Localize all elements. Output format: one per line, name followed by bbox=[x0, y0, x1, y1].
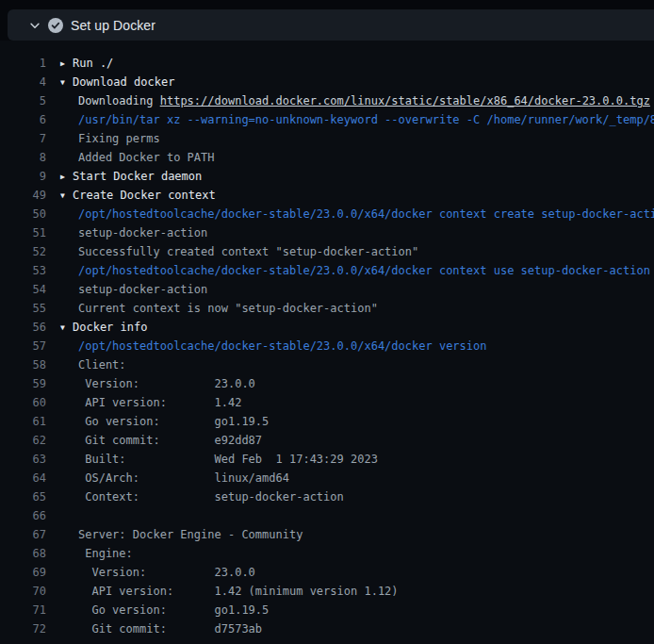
log-row: 69 Version: 23.0.0 bbox=[0, 563, 654, 582]
line-number[interactable]: 1 bbox=[0, 54, 46, 73]
line-content: Git commit: d7573ab bbox=[46, 619, 654, 638]
line-number[interactable]: 49 bbox=[0, 186, 46, 205]
line-number[interactable]: 66 bbox=[0, 506, 46, 525]
line-content: Fixing perms bbox=[46, 129, 654, 148]
line-number[interactable]: 67 bbox=[0, 525, 46, 544]
log-text: /opt/hostedtoolcache/docker-stable/23.0.… bbox=[78, 207, 654, 221]
log-text: Downloading bbox=[78, 94, 160, 107]
line-number[interactable]: 65 bbox=[0, 487, 46, 506]
line-number[interactable]: 64 bbox=[0, 469, 46, 487]
log-group-row[interactable]: 4▼Download docker bbox=[0, 73, 654, 91]
line-number[interactable]: 62 bbox=[0, 431, 46, 450]
triangle-right-icon: ▶ bbox=[60, 55, 73, 73]
log-row: 59 Version: 23.0.0 bbox=[0, 374, 654, 393]
line-number[interactable]: 56 bbox=[0, 318, 46, 337]
line-content: Go version: go1.19.5 bbox=[46, 412, 654, 431]
line-number[interactable]: 55 bbox=[0, 299, 46, 318]
line-content: API version: 1.42 (minimum version 1.12) bbox=[46, 582, 654, 601]
line-content: Client: bbox=[46, 355, 654, 374]
line-content: /opt/hostedtoolcache/docker-stable/23.0.… bbox=[46, 205, 654, 223]
line-number[interactable]: 61 bbox=[0, 412, 46, 431]
line-number[interactable]: 6 bbox=[0, 110, 46, 129]
log-row: 8Added Docker to PATH bbox=[0, 148, 654, 167]
line-number[interactable]: 70 bbox=[0, 582, 46, 601]
line-number[interactable]: 69 bbox=[0, 563, 46, 582]
line-content: Server: Docker Engine - Community bbox=[46, 525, 654, 544]
line-content: Go version: go1.19.5 bbox=[46, 601, 654, 619]
line-number[interactable]: 5 bbox=[0, 91, 46, 110]
line-number[interactable]: 60 bbox=[0, 393, 46, 412]
line-number[interactable]: 50 bbox=[0, 205, 46, 223]
line-content: ▼Docker info bbox=[46, 318, 654, 337]
log-row: 67Server: Docker Engine - Community bbox=[0, 525, 654, 544]
log-group-row[interactable]: 49▼Create Docker context bbox=[0, 186, 654, 205]
line-content: Git commit: e92dd87 bbox=[46, 431, 654, 450]
line-content: Downloading https://download.docker.com/… bbox=[46, 91, 654, 110]
log-row: 70 API version: 1.42 (minimum version 1.… bbox=[0, 582, 654, 601]
line-content: Version: 23.0.0 bbox=[46, 563, 654, 582]
line-number[interactable]: 8 bbox=[0, 148, 46, 167]
log-row: 53/opt/hostedtoolcache/docker-stable/23.… bbox=[0, 261, 654, 280]
line-content: Successfully created context "setup-dock… bbox=[46, 242, 654, 261]
line-number[interactable]: 51 bbox=[0, 223, 46, 242]
line-number[interactable]: 72 bbox=[0, 619, 46, 638]
step-header[interactable]: Set up Docker bbox=[8, 9, 654, 41]
log-row: 58Client: bbox=[0, 355, 654, 374]
line-number[interactable]: 7 bbox=[0, 129, 46, 148]
log-text: Go version: go1.19.5 bbox=[78, 603, 269, 617]
log-text: setup-docker-action bbox=[78, 283, 207, 296]
log-text: API version: 1.42 (minimum version 1.12) bbox=[78, 585, 399, 598]
line-content: Context: setup-docker-action bbox=[46, 487, 654, 506]
line-number[interactable]: 54 bbox=[0, 280, 46, 299]
line-number[interactable]: 63 bbox=[0, 450, 46, 469]
line-number[interactable]: 59 bbox=[0, 374, 46, 393]
log-row: 6/usr/bin/tar xz --warning=no-unknown-ke… bbox=[0, 110, 654, 129]
log-row: 7Fixing perms bbox=[0, 129, 654, 148]
log-text: Context: setup-docker-action bbox=[78, 490, 344, 504]
line-number[interactable]: 58 bbox=[0, 355, 46, 374]
log-text: Git commit: d7573ab bbox=[78, 622, 262, 636]
line-content: Current context is now "setup-docker-act… bbox=[46, 299, 654, 318]
line-number[interactable]: 53 bbox=[0, 261, 46, 280]
line-content: /opt/hostedtoolcache/docker-stable/23.0.… bbox=[46, 261, 654, 280]
line-content: ▼Create Docker context bbox=[46, 186, 654, 205]
log-group-row[interactable]: 56▼Docker info bbox=[0, 318, 654, 337]
line-content: ▶Run ./ bbox=[46, 54, 654, 73]
group-title: Run ./ bbox=[73, 57, 113, 70]
line-content: Engine: bbox=[46, 544, 654, 563]
log-group-row[interactable]: 1▶Run ./ bbox=[0, 54, 654, 73]
log-lines: 1▶Run ./4▼Download docker5Downloading ht… bbox=[0, 54, 654, 638]
log-row: 50/opt/hostedtoolcache/docker-stable/23.… bbox=[0, 205, 654, 223]
line-number[interactable]: 4 bbox=[0, 73, 46, 91]
log-text: Version: 23.0.0 bbox=[78, 377, 255, 390]
log-row: 66 bbox=[0, 506, 654, 525]
line-content: Version: 23.0.0 bbox=[46, 374, 654, 393]
line-number[interactable]: 57 bbox=[0, 337, 46, 355]
log-row: 57/opt/hostedtoolcache/docker-stable/23.… bbox=[0, 337, 654, 355]
log-row: 52Successfully created context "setup-do… bbox=[0, 242, 654, 261]
line-number[interactable]: 68 bbox=[0, 544, 46, 563]
line-content: Built: Wed Feb 1 17:43:29 2023 bbox=[46, 450, 654, 469]
log-text: Client: bbox=[78, 358, 126, 372]
line-content: Added Docker to PATH bbox=[46, 148, 654, 167]
log-text: Version: 23.0.0 bbox=[78, 566, 255, 579]
log-row: 60 API version: 1.42 bbox=[0, 393, 654, 412]
log-row: 64 OS/Arch: linux/amd64 bbox=[0, 469, 654, 487]
log-row: 51setup-docker-action bbox=[0, 223, 654, 242]
log-link[interactable]: https://download.docker.com/linux/static… bbox=[160, 94, 650, 107]
line-number[interactable]: 9 bbox=[0, 167, 46, 186]
chevron-down-icon[interactable] bbox=[28, 19, 41, 32]
log-text: OS/Arch: linux/amd64 bbox=[78, 471, 289, 485]
log-text: /opt/hostedtoolcache/docker-stable/23.0.… bbox=[78, 264, 650, 277]
line-content: /usr/bin/tar xz --warning=no-unknown-key… bbox=[46, 110, 654, 129]
line-number[interactable]: 52 bbox=[0, 242, 46, 261]
line-content: setup-docker-action bbox=[46, 223, 654, 242]
log-text: /opt/hostedtoolcache/docker-stable/23.0.… bbox=[78, 339, 486, 353]
log-text: Engine: bbox=[78, 547, 133, 560]
triangle-down-icon: ▼ bbox=[60, 74, 73, 91]
line-number[interactable]: 71 bbox=[0, 601, 46, 619]
log-row: 5Downloading https://download.docker.com… bbox=[0, 91, 654, 110]
step-title: Set up Docker bbox=[71, 18, 155, 33]
group-title: Download docker bbox=[73, 75, 174, 89]
log-group-row[interactable]: 9▶Start Docker daemon bbox=[0, 167, 654, 186]
